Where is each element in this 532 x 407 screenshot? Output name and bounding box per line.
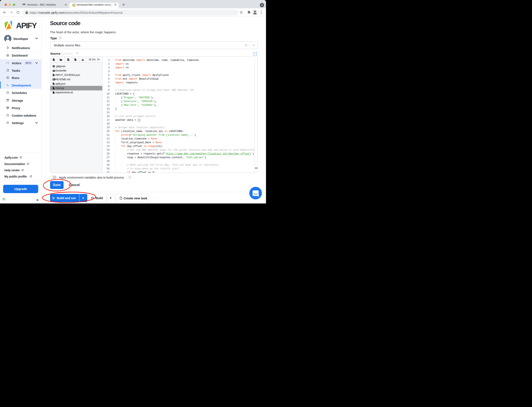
svg-text:</>: </> (53, 84, 54, 85)
svg-text:?: ? (77, 52, 78, 54)
svg-text:</>: </> (53, 75, 54, 76)
svg-text:?: ? (60, 37, 61, 39)
svg-text:git: git (53, 66, 54, 67)
svg-text:M: M (53, 79, 54, 80)
svg-text:?: ? (129, 176, 130, 178)
